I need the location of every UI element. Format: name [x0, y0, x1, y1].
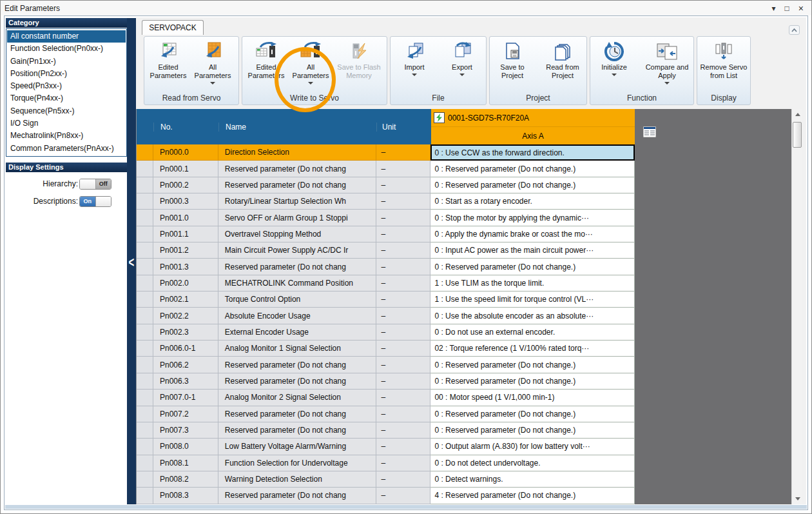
table-row[interactable]: Pn001.2 Main Circuit Power Supply AC/DC …	[137, 242, 635, 259]
table-row[interactable]: Pn008.3 Reserved parameter (Do not chang…	[137, 488, 635, 504]
cell-row-selector[interactable]	[137, 373, 153, 390]
cell-row-selector[interactable]	[137, 488, 153, 504]
cell-row-selector[interactable]	[137, 455, 153, 471]
cell-row-selector[interactable]	[137, 308, 153, 324]
cell-row-selector[interactable]	[137, 193, 153, 210]
servo-list-icon[interactable]	[643, 126, 656, 140]
write-all-parameters-button[interactable]: All Parameters	[287, 39, 334, 84]
table-row[interactable]: Pn007.0-1 Analog Monitor 2 Signal Select…	[137, 390, 635, 406]
cell-value[interactable]: 1 : Use the speed limit for torque contr…	[430, 292, 635, 308]
tab-servopack[interactable]: SERVOPACK	[142, 20, 204, 35]
cell-row-selector[interactable]	[137, 210, 153, 226]
ribbon-collapse-button[interactable]	[789, 25, 800, 35]
descriptions-toggle[interactable]: On	[79, 196, 111, 207]
scrollbar-thumb[interactable]	[793, 122, 802, 148]
cell-row-selector[interactable]	[137, 161, 153, 177]
cell-row-selector[interactable]	[137, 226, 153, 242]
collapse-sidebar-icon[interactable]: <	[129, 254, 135, 269]
export-button[interactable]: Export	[442, 39, 482, 76]
cell-value[interactable]: 0 : Reserved parameter (Do not change.)	[430, 259, 635, 275]
cell-row-selector[interactable]	[137, 259, 153, 275]
category-item-torque[interactable]: Torque(Pn4xx-)	[7, 92, 126, 104]
close-icon[interactable]: ×	[798, 4, 804, 13]
category-item-gain[interactable]: Gain(Pn1xx-)	[7, 55, 126, 68]
cell-row-selector[interactable]	[137, 439, 153, 455]
cell-value[interactable]: 0 : Reserved parameter (Do not change.)	[430, 406, 635, 422]
category-item-mechatrolink[interactable]: Mechatrolink(Pn8xx-)	[7, 130, 126, 142]
cell-value[interactable]: 0 : Use CCW as the forward direction.	[430, 144, 635, 161]
table-row[interactable]: Pn000.0 Direction Selection – 0 : Use CC…	[137, 144, 635, 161]
cell-value[interactable]: 0 : Reserved parameter (Do not change.)	[430, 422, 635, 439]
category-item-function-selection[interactable]: Function Selection(Pn0xx-)	[7, 43, 126, 55]
table-row[interactable]: Pn002.0 MECHATROLINK Command Position – …	[137, 275, 635, 292]
cell-row-selector[interactable]	[137, 324, 153, 341]
table-row[interactable]: Pn008.0 Low Battery Voltage Alarm/Warnin…	[137, 439, 635, 455]
table-row[interactable]: Pn007.2 Reserved parameter (Do not chang…	[137, 406, 635, 422]
maximize-icon[interactable]: □	[785, 5, 789, 12]
table-row[interactable]: Pn006.3 Reserved parameter (Do not chang…	[137, 373, 635, 390]
cell-row-selector[interactable]	[137, 177, 153, 193]
write-edited-parameters-button[interactable]: Edited Parameters	[245, 39, 287, 80]
cell-row-selector[interactable]	[137, 341, 153, 357]
cell-row-selector[interactable]	[137, 242, 153, 259]
cell-row-selector[interactable]	[137, 144, 153, 161]
cell-row-selector[interactable]	[137, 406, 153, 422]
cell-row-selector[interactable]	[137, 471, 153, 488]
table-row[interactable]: Pn002.1 Torque Control Option – 1 : Use …	[137, 292, 635, 308]
remove-servo-from-list-button[interactable]: Remove Servo from List	[698, 39, 749, 80]
scroll-up-icon[interactable]	[792, 109, 803, 120]
save-to-project-button[interactable]: Save to Project	[490, 39, 535, 80]
cell-value[interactable]: 1 : Use TLIM as the torque limit.	[430, 275, 635, 292]
table-row[interactable]: Pn002.3 External Encoder Usage – 0 : Do …	[137, 324, 635, 341]
table-row[interactable]: Pn001.3 Reserved parameter (Do not chang…	[137, 259, 635, 275]
window-menu-icon[interactable]: ▾	[772, 5, 776, 12]
read-all-parameters-button[interactable]: All Parameters	[189, 39, 236, 84]
table-row[interactable]: Pn006.0-1 Analog Monitor 1 Signal Select…	[137, 341, 635, 357]
table-row[interactable]: Pn001.0 Servo OFF or Alarm Group 1 Stopp…	[137, 210, 635, 226]
cell-value[interactable]: 0 : Reserved parameter (Do not change.)	[430, 177, 635, 193]
initialize-button[interactable]: Initialize	[591, 39, 637, 76]
table-row[interactable]: Pn006.2 Reserved parameter (Do not chang…	[137, 357, 635, 373]
table-row[interactable]: Pn008.2 Warning Detection Selection – 0 …	[137, 471, 635, 488]
import-button[interactable]: Import	[394, 39, 434, 76]
cell-value[interactable]: 0 : Reserved parameter (Do not change.)	[430, 357, 635, 373]
cell-value[interactable]: 0 : Input AC power as the main circuit p…	[430, 242, 635, 259]
cell-value[interactable]: 0 : Stop the motor by applying the dynam…	[430, 210, 635, 226]
cell-row-selector[interactable]	[137, 357, 153, 373]
read-from-project-button[interactable]: Read from Project	[539, 39, 586, 80]
category-item-io-sign[interactable]: I/O Sign	[7, 117, 126, 130]
device-header[interactable]: 0001-SGD7S-R70F20A	[431, 109, 635, 127]
axis-header[interactable]: Axis A	[431, 127, 635, 144]
cell-value[interactable]: 0 : Use the absolute encoder as an absol…	[430, 308, 635, 324]
vertical-scrollbar[interactable]	[791, 109, 802, 504]
category-item-all-constant-number[interactable]: All constant number	[7, 30, 126, 43]
cell-value[interactable]: 0 : Start as a rotary encoder.	[430, 193, 635, 210]
cell-row-selector[interactable]	[137, 422, 153, 439]
table-row[interactable]: Pn000.2 Reserved parameter (Do not chang…	[137, 177, 635, 193]
table-row[interactable]: Pn008.1 Function Selection for Undervolt…	[137, 455, 635, 471]
cell-value[interactable]: 4 : Reserved parameter (Do not change.)	[430, 488, 635, 504]
cell-value[interactable]: 0 : Apply the dynamic brake or coast the…	[430, 226, 635, 242]
table-row[interactable]: Pn000.1 Reserved parameter (Do not chang…	[137, 161, 635, 177]
read-edited-parameters-button[interactable]: Edited Parameters	[147, 39, 189, 80]
category-item-speed[interactable]: Speed(Pn3xx-)	[7, 80, 126, 92]
cell-row-selector[interactable]	[137, 275, 153, 292]
cell-value[interactable]: 0 : Do not use an external encoder.	[430, 324, 635, 341]
category-item-sequence[interactable]: Sequence(Pn5xx-)	[7, 105, 126, 117]
cell-value[interactable]: 0 : Detect warnings.	[430, 471, 635, 488]
hierarchy-toggle[interactable]: Off	[79, 179, 111, 190]
cell-row-selector[interactable]	[137, 390, 153, 406]
table-row[interactable]: Pn002.2 Absolute Encoder Usage – 0 : Use…	[137, 308, 635, 324]
table-row[interactable]: Pn007.3 Reserved parameter (Do not chang…	[137, 422, 635, 439]
category-item-common-parameters[interactable]: Common Parameters(PnAxx-)	[7, 143, 126, 155]
save-to-flash-memory-button[interactable]: Save to Flash Memory	[334, 39, 384, 80]
cell-value[interactable]: 0 : Reserved parameter (Do not change.)	[430, 161, 635, 177]
cell-value[interactable]: 0 : Reserved parameter (Do not change.)	[430, 373, 635, 390]
cell-value[interactable]: 00 : Motor speed (1 V/1,000 min-1)	[430, 390, 635, 406]
category-item-position[interactable]: Position(Pn2xx-)	[7, 68, 126, 80]
compare-and-apply-button[interactable]: Compare and Apply	[641, 39, 693, 84]
cell-row-selector[interactable]	[137, 292, 153, 308]
table-row[interactable]: Pn001.1 Overtravel Stopping Method – 0 :…	[137, 226, 635, 242]
table-row[interactable]: Pn000.3 Rotary/Linear Startup Selection …	[137, 193, 635, 210]
cell-value[interactable]: 0 : Output alarm (A.830) for low battery…	[430, 439, 635, 455]
